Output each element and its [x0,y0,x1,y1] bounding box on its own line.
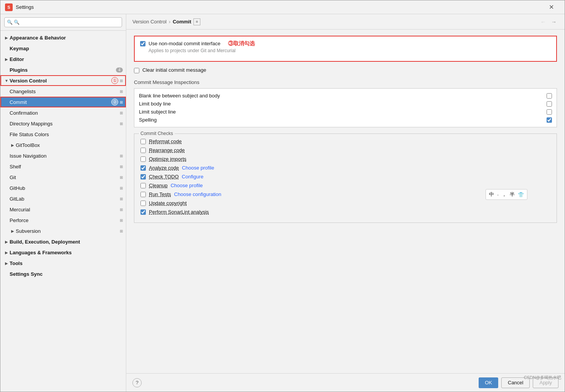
annotation-text: ③取消勾选 [228,40,255,47]
sidebar-item-label: Perforce [10,217,118,223]
layout-icon: ⊞ [120,175,123,180]
check-label-cleanup[interactable]: Cleanup [149,183,167,188]
sidebar-item-github[interactable]: GitHub ⊞ [0,183,126,193]
non-modal-checkbox[interactable] [140,41,145,46]
sidebar-item-label: Directory Mappings [10,121,118,127]
help-button[interactable]: ? [132,378,142,387]
inspection-row-limit-body: Limit body line [139,100,552,108]
layout-icon: ⊞ [120,122,123,126]
sidebar-item-issue-navigation[interactable]: Issue Navigation ⊞ [0,150,126,161]
sidebar-item-commit[interactable]: Commit ② ⊞ [0,97,126,107]
check-label-update-copyright[interactable]: Update copyright [149,200,187,206]
sidebar-item-label: Editor [10,56,123,62]
inspection-checkbox-blank-line[interactable] [547,93,552,99]
spacer-icon [3,45,10,51]
settings-window: S Settings ✕ 🔍 ▶ Appearance & Behavior [0,0,565,392]
cleanup-link[interactable]: Choose profile [170,183,203,188]
main-content: 🔍 ▶ Appearance & Behavior Keymap ▶ [0,14,565,392]
layout-icon: ⊞ [120,229,123,233]
check-check-todo[interactable] [140,174,146,180]
app-icon: S [5,3,13,11]
sidebar-item-gitlab[interactable]: GitLab ⊞ [0,193,126,204]
plugins-badge: 4 [116,68,123,72]
check-analyze-code[interactable] [140,165,146,171]
sidebar-item-tools[interactable]: ▶ Tools [0,258,126,268]
chinese-char-zhong: 中 [489,191,494,198]
breadcrumb-current: Commit [173,19,191,25]
sidebar-item-label: Appearance & Behavior [10,35,123,41]
inspection-checkbox-spelling[interactable] [547,117,552,123]
breadcrumb-parent: Version Control [132,19,167,25]
check-cleanup[interactable] [140,183,146,188]
chinese-shirt-icon: 👕 [518,192,524,198]
ok-button[interactable]: OK [479,377,498,388]
check-label-optimize-imports[interactable]: Optimize imports [149,156,187,162]
search-input[interactable] [4,17,122,27]
check-row-update-copyright: Update copyright [140,200,550,206]
sidebar-item-label: GitHub [10,185,118,191]
nav-forward-button[interactable]: → [549,17,558,26]
breadcrumb-menu-button[interactable]: ≡ [193,18,200,25]
check-todo-link[interactable]: Configure [182,174,203,180]
sidebar-item-subversion[interactable]: ▶ Subversion ⊞ [0,226,126,236]
layout-icon: ⊞ [120,79,123,83]
sidebar-item-label: Git [10,175,118,180]
layout-icon: ⊞ [120,218,123,222]
sidebar-item-editor[interactable]: ▶ Editor [0,54,126,64]
check-label-sonarlint[interactable]: Perform SonarLint analysis [149,209,209,215]
non-modal-label[interactable]: Use non-modal commit interface [149,41,220,46]
close-button[interactable]: ✕ [542,0,560,14]
check-label-check-todo[interactable]: Check TODO [149,174,179,180]
check-update-copyright[interactable] [140,201,146,206]
inspection-checkbox-limit-body[interactable] [547,101,552,107]
sidebar-item-directory-mappings[interactable]: Directory Mappings ⊞ [0,118,126,129]
check-label-reformat-code[interactable]: Reformat code [149,138,182,144]
nav-arrows: ← → [539,17,558,26]
sidebar-item-git[interactable]: Git ⊞ [0,172,126,183]
check-label-run-tests[interactable]: Run Tests [149,191,171,197]
check-sonarlint[interactable] [140,209,146,215]
sidebar-item-settings-sync[interactable]: Settings Sync [0,268,126,279]
sidebar-item-plugins[interactable]: Plugins 4 [0,64,126,75]
main-panel: Version Control › Commit ≡ ← → Use non-m… [126,14,565,392]
footer-left: ? [132,378,142,387]
inspection-checkbox-limit-subject[interactable] [547,109,552,115]
nav-back-button[interactable]: ← [539,17,548,26]
check-run-tests[interactable] [140,192,146,197]
sidebar-item-label: Plugins [10,67,114,73]
check-rearrange-code[interactable] [140,148,146,153]
clear-initial-label[interactable]: Clear initial commit message [142,67,206,73]
layout-icon: ⊞ [120,154,123,158]
sidebar-item-perforce[interactable]: Perforce ⊞ [0,215,126,226]
check-label-analyze-code[interactable]: Analyze code [149,165,179,171]
run-tests-link[interactable]: Choose configuration [174,191,221,197]
sidebar-item-label: Languages & Frameworks [10,250,123,255]
expand-arrow-icon: ▶ [3,56,10,62]
sidebar-item-shelf[interactable]: Shelf ⊞ [0,161,126,172]
non-modal-sublabel: Applies to projects under Git and Mercur… [149,48,255,53]
sidebar-item-changelists[interactable]: Changelists ⊞ [0,86,126,97]
sidebar-item-build-execution[interactable]: ▶ Build, Execution, Deployment [0,236,126,247]
settings-content-area: Use non-modal commit interface ③取消勾选 App… [126,30,565,373]
sidebar-item-confirmation[interactable]: Confirmation ⊞ [0,107,126,118]
layout-icon: ⊞ [120,100,123,104]
check-reformat-code[interactable] [140,139,146,144]
sidebar-item-label: Settings Sync [10,271,123,277]
sidebar-item-languages-frameworks[interactable]: ▶ Languages & Frameworks [0,247,126,258]
inspection-row-limit-subject: Limit subject line [139,108,552,116]
chinese-char-dot: · [497,192,499,198]
sidebar-item-appearance[interactable]: ▶ Appearance & Behavior [0,32,126,43]
check-label-rearrange-code[interactable]: Rearrange code [149,147,185,153]
analyze-code-link[interactable]: Choose profile [182,165,214,171]
sidebar-item-keymap[interactable]: Keymap [0,43,126,54]
layout-icon: ⊞ [120,186,123,190]
sidebar-item-gittoolbox[interactable]: ▶ GitToolBox [0,140,126,150]
clear-initial-checkbox[interactable] [134,68,139,73]
check-optimize-imports[interactable] [140,156,146,162]
sidebar-item-mercurial[interactable]: Mercurial ⊞ [0,204,126,215]
sidebar-item-file-status-colors[interactable]: File Status Colors [0,129,126,140]
sidebar-item-label: Version Control [10,78,109,84]
layout-icon: ⊞ [120,197,123,201]
sidebar-item-version-control[interactable]: ▼ Version Control ① ⊞ [0,75,126,86]
search-bar: 🔍 [0,14,126,31]
